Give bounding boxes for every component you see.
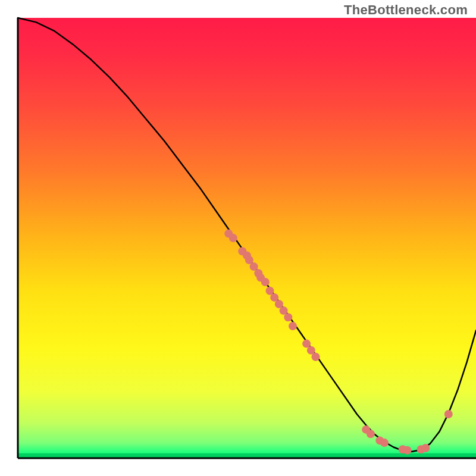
data-marker: [444, 410, 453, 418]
chart-background: [18, 18, 476, 458]
data-marker: [289, 322, 297, 330]
chart-container: TheBottleneck.com: [0, 0, 476, 476]
data-marker: [403, 446, 412, 455]
data-marker: [380, 439, 389, 447]
data-marker: [367, 430, 375, 438]
data-marker: [229, 234, 237, 242]
attribution-text: TheBottleneck.com: [344, 2, 468, 18]
data-marker: [312, 353, 320, 361]
data-marker: [261, 278, 270, 286]
data-marker: [284, 313, 292, 321]
bottleneck-chart: [0, 0, 476, 476]
data-marker: [421, 444, 430, 452]
